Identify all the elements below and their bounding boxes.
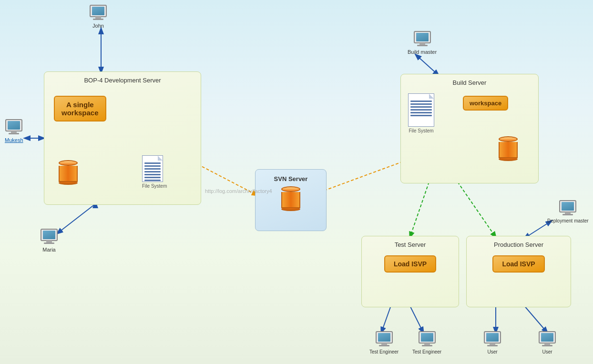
screen-inner [378, 333, 390, 342]
screen-inner [43, 231, 55, 239]
john-label: John [92, 23, 104, 29]
build-master-label: Build master [408, 49, 437, 55]
computer-screen [484, 331, 501, 344]
url-watermark: http://log.com/archiv/factory4 [205, 188, 272, 194]
test-engineer1-computer: Test Engineer [369, 331, 399, 354]
test-engineer2-computer: Test Engineer [412, 331, 441, 354]
diagram-container: John Mukesh Maria BOP-4 Development Serv… [0, 0, 593, 364]
db-bottom-cap [281, 207, 300, 211]
dev-server-title: BOP-4 Development Server [49, 77, 196, 84]
screen-inner [421, 333, 433, 342]
db-body [281, 192, 300, 208]
line5 [410, 112, 432, 113]
dev-server-box: BOP-4 Development Server A singleworkspa… [44, 71, 201, 205]
file-doc-body [142, 155, 163, 182]
computer-screen [559, 200, 576, 212]
user1-computer: User [484, 331, 501, 354]
file-doc-lines [143, 156, 163, 184]
db-cylinder [59, 160, 78, 186]
production-server-title: Production Server [471, 241, 566, 248]
screen-inner [92, 7, 104, 15]
svg-line-17 [524, 306, 547, 333]
db-body [499, 142, 518, 158]
svg-line-11 [410, 182, 429, 237]
computer-screen [376, 331, 393, 344]
line1 [410, 101, 432, 102]
user2-computer: User [539, 331, 556, 354]
screen-inner [562, 202, 574, 211]
production-load-area: Load ISVP [471, 255, 566, 273]
svg-line-10 [419, 57, 439, 75]
db-bottom-cap [59, 181, 78, 185]
production-server-box: Production Server Load ISVP [466, 236, 571, 307]
test-load-box: Load ISVP [384, 255, 436, 273]
maria-label: Maria [42, 247, 56, 253]
line3 [144, 168, 161, 170]
john-computer: John [90, 5, 107, 29]
test-server-title: Test Server [367, 241, 454, 248]
line3 [410, 106, 432, 108]
line2 [410, 103, 432, 105]
db-top [59, 160, 78, 166]
line1 [144, 162, 161, 164]
db-top [499, 136, 518, 142]
build-master-computer: Build master [408, 31, 437, 55]
screen-inner [486, 333, 499, 342]
line5 [144, 174, 161, 175]
computer-screen [414, 31, 431, 43]
deployment-master-label: Deployment master [547, 218, 589, 223]
computer-screen [90, 5, 107, 17]
mukesh-label: Mukesh [5, 137, 23, 143]
svg-line-5 [57, 204, 95, 233]
build-db [499, 136, 518, 164]
production-load-box: Load ISVP [492, 255, 544, 273]
user2-label: User [542, 349, 552, 354]
line2 [144, 165, 161, 167]
line4 [144, 171, 161, 172]
computer-screen [539, 331, 556, 344]
computer-screen [419, 331, 436, 344]
file-doc-lines [409, 94, 434, 120]
line4 [410, 109, 432, 111]
build-filesystem: File System [408, 93, 434, 133]
computer-screen [5, 119, 22, 131]
db-cylinder [499, 136, 518, 162]
test-engineer2-label: Test Engineer [412, 349, 441, 354]
build-server-title: Build Server [406, 79, 533, 86]
screen-inner [8, 121, 20, 130]
line6 [410, 115, 432, 116]
screen-inner [416, 33, 429, 41]
db-bottom-cap [499, 157, 518, 161]
dev-db [59, 160, 78, 188]
svg-line-14 [381, 306, 391, 333]
build-workspace-box: workspace [463, 96, 508, 111]
db-body [59, 166, 78, 182]
svg-line-15 [410, 306, 423, 333]
build-workspace-area: workspace [463, 96, 508, 111]
test-server-box: Test Server Load ISVP [361, 236, 459, 307]
svg-line-12 [458, 182, 496, 237]
build-server-box: Build Server File System workspace [400, 74, 539, 183]
db-top [281, 186, 300, 192]
svn-server-box: SVN Server [255, 169, 327, 231]
user1-label: User [487, 349, 497, 354]
screen-inner [541, 333, 553, 342]
workspace-area: A singleworkspace [54, 96, 106, 121]
dev-filesystem: File System [142, 155, 167, 189]
line6 [144, 177, 161, 178]
line7 [144, 180, 161, 181]
workspace-box: A singleworkspace [54, 96, 106, 121]
svn-db-cylinder [281, 186, 300, 212]
test-load-area: Load ISVP [367, 255, 454, 273]
mukesh-computer: Mukesh [5, 119, 23, 143]
build-filesystem-label: File System [408, 128, 434, 133]
test-engineer1-label: Test Engineer [369, 349, 399, 354]
computer-screen [41, 229, 58, 241]
file-doc-body [408, 93, 434, 127]
deployment-master-computer: Deployment master [547, 200, 589, 223]
svn-server-title: SVN Server [263, 175, 318, 182]
maria-computer: Maria [41, 229, 58, 253]
